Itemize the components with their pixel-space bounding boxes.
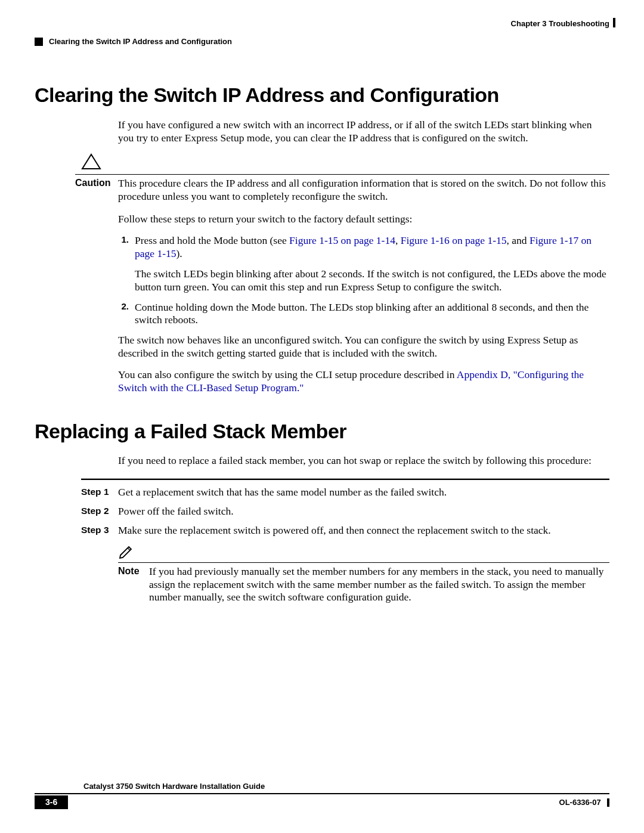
step-row: Step 3 Make sure the replacement switch … bbox=[35, 524, 609, 537]
header-bar-icon bbox=[613, 18, 615, 27]
link-figure-1-15[interactable]: Figure 1-15 on page 1-14 bbox=[289, 234, 395, 246]
after-paragraph-1: The switch now behaves like an unconfigu… bbox=[118, 334, 609, 360]
note-pencil-icon bbox=[118, 543, 134, 559]
list-number: 1. bbox=[118, 234, 129, 294]
chapter-label: Chapter 3 Troubleshooting bbox=[511, 19, 609, 29]
caution-label: Caution bbox=[35, 177, 118, 189]
section-header-row: Clearing the Switch IP Address and Confi… bbox=[35, 37, 609, 47]
step1-end: ). bbox=[177, 247, 182, 259]
step1-text-a: Press and hold the Mode button (see bbox=[135, 234, 289, 246]
page-footer: Catalyst 3750 Switch Hardware Installati… bbox=[35, 782, 609, 809]
caution-block: Caution This procedure clears the IP add… bbox=[35, 153, 609, 204]
footer-guide-title: Catalyst 3750 Switch Hardware Installati… bbox=[35, 782, 609, 794]
caution-rule-icon bbox=[75, 174, 609, 175]
list-number: 2. bbox=[118, 301, 129, 327]
step-3-body: Make sure the replacement switch is powe… bbox=[118, 524, 609, 537]
step-1-label: Step 1 bbox=[35, 486, 118, 499]
step-row: Step 2 Power off the failed switch. bbox=[35, 505, 609, 518]
svg-marker-0 bbox=[82, 154, 100, 169]
caution-text: This procedure clears the IP address and… bbox=[118, 177, 609, 203]
intro-paragraph: If you have configured a new switch with… bbox=[118, 119, 609, 145]
section-title-replacing: Replacing a Failed Stack Member bbox=[35, 419, 609, 444]
list-item: 1. Press and hold the Mode button (see F… bbox=[118, 234, 609, 294]
step-2-body: Power off the failed switch. bbox=[118, 505, 609, 518]
footer-bar-icon bbox=[607, 798, 609, 807]
replacing-intro: If you need to replace a failed stack me… bbox=[118, 454, 609, 467]
page-number: 3-6 bbox=[35, 795, 68, 810]
note-label: Note bbox=[118, 565, 149, 605]
note-block: Note If you had previously manually set … bbox=[118, 543, 609, 605]
steps-rule-icon bbox=[81, 478, 609, 480]
after2-text: You can also configure the switch by usi… bbox=[118, 368, 457, 380]
note-text: If you had previously manually set the m… bbox=[149, 565, 609, 605]
step1-sub: The switch LEDs begin blinking after abo… bbox=[135, 268, 609, 294]
numbered-list: 1. Press and hold the Mode button (see F… bbox=[118, 234, 609, 327]
step1-sep1: , bbox=[395, 234, 401, 246]
doc-id: OL-6336-07 bbox=[559, 798, 601, 807]
link-figure-1-16[interactable]: Figure 1-16 on page 1-15 bbox=[401, 234, 507, 246]
note-rule-icon bbox=[118, 562, 609, 563]
step-row: Step 1 Get a replacement switch that has… bbox=[35, 486, 609, 499]
caution-icon bbox=[81, 153, 101, 170]
running-header: Chapter 3 Troubleshooting bbox=[35, 19, 609, 33]
section-header-text: Clearing the Switch IP Address and Confi… bbox=[49, 37, 232, 47]
list-item: 2. Continue holding down the Mode button… bbox=[118, 301, 609, 327]
step1-sep2: , and bbox=[507, 234, 530, 246]
section-title-clearing: Clearing the Switch IP Address and Confi… bbox=[35, 82, 609, 108]
step-2-label: Step 2 bbox=[35, 505, 118, 518]
after-paragraph-2: You can also configure the switch by usi… bbox=[118, 368, 609, 395]
step-3-label: Step 3 bbox=[35, 524, 118, 537]
step-1-body: Get a replacement switch that has the sa… bbox=[118, 486, 609, 499]
step2-text: Continue holding down the Mode button. T… bbox=[135, 301, 609, 327]
section-marker-icon bbox=[35, 38, 43, 46]
follow-text: Follow these steps to return your switch… bbox=[118, 213, 609, 226]
